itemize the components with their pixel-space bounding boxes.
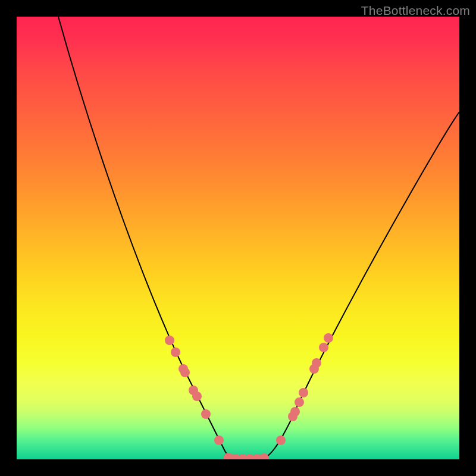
- chart-svg: [17, 17, 459, 459]
- watermark-text: TheBottleneck.com: [361, 4, 470, 18]
- data-marker: [319, 343, 328, 352]
- data-marker: [192, 392, 202, 401]
- curve-left: [58, 17, 237, 459]
- markers-group: [165, 333, 333, 459]
- data-marker: [201, 409, 211, 419]
- data-marker: [295, 397, 304, 407]
- data-marker: [214, 436, 224, 445]
- data-marker: [324, 333, 333, 343]
- curve-right: [237, 112, 459, 459]
- data-marker: [171, 347, 180, 357]
- chart-area: [17, 17, 459, 459]
- data-marker: [276, 436, 286, 445]
- data-marker: [299, 388, 308, 397]
- curve-group: [58, 17, 459, 459]
- data-marker: [312, 358, 321, 368]
- data-marker: [165, 336, 174, 345]
- data-marker: [290, 407, 300, 416]
- data-marker: [180, 368, 190, 377]
- data-marker: [259, 453, 269, 459]
